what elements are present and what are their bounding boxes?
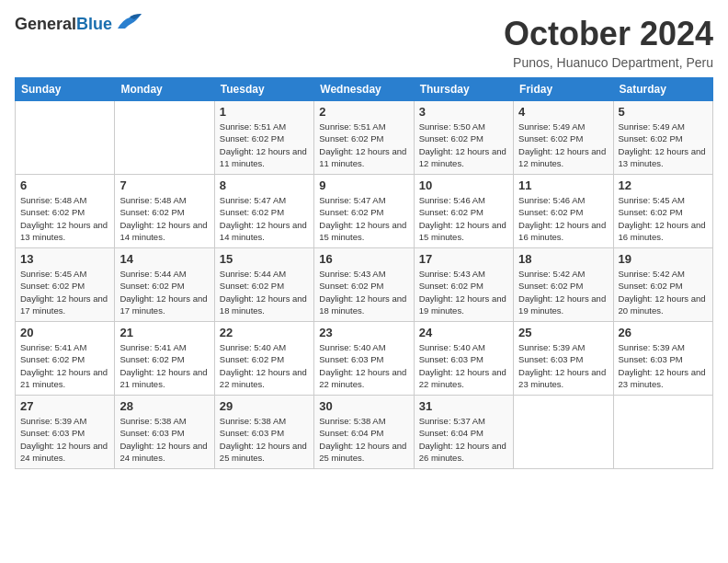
day-number: 20 xyxy=(20,326,109,339)
calendar-cell: 21Sunrise: 5:41 AM Sunset: 6:02 PM Dayli… xyxy=(115,322,214,396)
day-info: Sunrise: 5:46 AM Sunset: 6:02 PM Dayligh… xyxy=(518,194,608,243)
day-number: 9 xyxy=(319,178,408,192)
day-number: 10 xyxy=(419,178,508,192)
day-info: Sunrise: 5:40 AM Sunset: 6:03 PM Dayligh… xyxy=(319,341,408,390)
day-info: Sunrise: 5:43 AM Sunset: 6:02 PM Dayligh… xyxy=(419,268,508,316)
title-section: October 2024 Punos, Huanuco Department, … xyxy=(504,15,713,70)
day-number: 5 xyxy=(619,105,708,119)
day-number: 1 xyxy=(220,105,309,119)
day-info: Sunrise: 5:51 AM Sunset: 6:02 PM Dayligh… xyxy=(220,121,309,169)
logo-general-text: General xyxy=(15,15,76,34)
calendar-cell: 23Sunrise: 5:40 AM Sunset: 6:03 PM Dayli… xyxy=(314,322,414,396)
month-title: October 2024 xyxy=(504,15,713,53)
calendar-cell: 12Sunrise: 5:45 AM Sunset: 6:02 PM Dayli… xyxy=(613,175,712,248)
day-number: 19 xyxy=(619,252,708,266)
day-info: Sunrise: 5:49 AM Sunset: 6:02 PM Dayligh… xyxy=(518,121,608,169)
week-row-2: 6Sunrise: 5:48 AM Sunset: 6:02 PM Daylig… xyxy=(16,175,713,248)
column-header-thursday: Thursday xyxy=(414,78,513,101)
calendar-cell: 31Sunrise: 5:37 AM Sunset: 6:04 PM Dayli… xyxy=(414,396,513,469)
calendar-cell: 9Sunrise: 5:47 AM Sunset: 6:02 PM Daylig… xyxy=(314,175,414,248)
day-number: 23 xyxy=(319,326,408,339)
calendar-body: 1Sunrise: 5:51 AM Sunset: 6:02 PM Daylig… xyxy=(16,101,713,469)
week-row-1: 1Sunrise: 5:51 AM Sunset: 6:02 PM Daylig… xyxy=(16,101,713,175)
day-info: Sunrise: 5:42 AM Sunset: 6:02 PM Dayligh… xyxy=(619,268,708,316)
day-number: 29 xyxy=(220,399,309,413)
page-header: GeneralBlue October 2024 Punos, Huanuco … xyxy=(15,15,713,70)
day-info: Sunrise: 5:38 AM Sunset: 6:03 PM Dayligh… xyxy=(220,415,309,464)
calendar-cell: 15Sunrise: 5:44 AM Sunset: 6:02 PM Dayli… xyxy=(214,248,313,322)
logo: GeneralBlue xyxy=(15,15,143,34)
column-header-sunday: Sunday xyxy=(16,78,115,101)
day-info: Sunrise: 5:48 AM Sunset: 6:02 PM Dayligh… xyxy=(20,194,109,243)
day-number: 12 xyxy=(619,178,708,192)
day-number: 22 xyxy=(220,326,309,339)
calendar-cell xyxy=(115,101,214,175)
day-number: 13 xyxy=(20,252,109,266)
calendar-cell: 16Sunrise: 5:43 AM Sunset: 6:02 PM Dayli… xyxy=(314,248,414,322)
day-info: Sunrise: 5:47 AM Sunset: 6:02 PM Dayligh… xyxy=(319,194,408,243)
calendar-cell: 18Sunrise: 5:42 AM Sunset: 6:02 PM Dayli… xyxy=(514,248,613,322)
day-info: Sunrise: 5:37 AM Sunset: 6:04 PM Dayligh… xyxy=(419,415,508,464)
calendar-table: SundayMondayTuesdayWednesdayThursdayFrid… xyxy=(15,77,713,469)
calendar-cell: 26Sunrise: 5:39 AM Sunset: 6:03 PM Dayli… xyxy=(613,322,712,396)
day-info: Sunrise: 5:50 AM Sunset: 6:02 PM Dayligh… xyxy=(419,121,508,169)
logo-bird-icon xyxy=(116,12,143,34)
day-info: Sunrise: 5:42 AM Sunset: 6:02 PM Dayligh… xyxy=(518,268,608,316)
day-number: 27 xyxy=(20,399,109,413)
day-number: 3 xyxy=(419,105,508,119)
calendar-cell: 5Sunrise: 5:49 AM Sunset: 6:02 PM Daylig… xyxy=(613,101,712,175)
day-info: Sunrise: 5:45 AM Sunset: 6:02 PM Dayligh… xyxy=(619,194,708,243)
calendar-cell: 1Sunrise: 5:51 AM Sunset: 6:02 PM Daylig… xyxy=(214,101,313,175)
day-info: Sunrise: 5:45 AM Sunset: 6:02 PM Dayligh… xyxy=(20,268,109,316)
calendar-cell xyxy=(514,396,613,469)
day-number: 11 xyxy=(518,178,608,192)
day-info: Sunrise: 5:48 AM Sunset: 6:02 PM Dayligh… xyxy=(119,194,209,243)
day-info: Sunrise: 5:38 AM Sunset: 6:03 PM Dayligh… xyxy=(119,415,209,464)
calendar-cell: 4Sunrise: 5:49 AM Sunset: 6:02 PM Daylig… xyxy=(514,101,613,175)
day-number: 7 xyxy=(119,178,209,192)
calendar-cell: 13Sunrise: 5:45 AM Sunset: 6:02 PM Dayli… xyxy=(16,248,115,322)
calendar-cell: 19Sunrise: 5:42 AM Sunset: 6:02 PM Dayli… xyxy=(613,248,712,322)
calendar-cell xyxy=(613,396,712,469)
calendar-cell: 6Sunrise: 5:48 AM Sunset: 6:02 PM Daylig… xyxy=(16,175,115,248)
calendar-cell: 24Sunrise: 5:40 AM Sunset: 6:03 PM Dayli… xyxy=(414,322,513,396)
day-number: 16 xyxy=(319,252,408,266)
day-number: 31 xyxy=(419,399,508,413)
column-header-monday: Monday xyxy=(115,78,214,101)
logo-blue-text: Blue xyxy=(76,15,112,34)
day-number: 15 xyxy=(220,252,309,266)
day-number: 4 xyxy=(518,105,608,119)
calendar-cell: 25Sunrise: 5:39 AM Sunset: 6:03 PM Dayli… xyxy=(514,322,613,396)
column-header-wednesday: Wednesday xyxy=(314,78,414,101)
calendar-cell: 27Sunrise: 5:39 AM Sunset: 6:03 PM Dayli… xyxy=(16,396,115,469)
day-number: 26 xyxy=(619,326,708,339)
calendar-cell: 11Sunrise: 5:46 AM Sunset: 6:02 PM Dayli… xyxy=(514,175,613,248)
day-number: 21 xyxy=(119,326,209,339)
day-number: 28 xyxy=(119,399,209,413)
calendar-cell: 14Sunrise: 5:44 AM Sunset: 6:02 PM Dayli… xyxy=(115,248,214,322)
calendar-cell: 8Sunrise: 5:47 AM Sunset: 6:02 PM Daylig… xyxy=(214,175,313,248)
calendar-cell: 20Sunrise: 5:41 AM Sunset: 6:02 PM Dayli… xyxy=(16,322,115,396)
column-header-saturday: Saturday xyxy=(613,78,712,101)
calendar-cell: 7Sunrise: 5:48 AM Sunset: 6:02 PM Daylig… xyxy=(115,175,214,248)
calendar-cell: 3Sunrise: 5:50 AM Sunset: 6:02 PM Daylig… xyxy=(414,101,513,175)
day-number: 17 xyxy=(419,252,508,266)
week-row-3: 13Sunrise: 5:45 AM Sunset: 6:02 PM Dayli… xyxy=(16,248,713,322)
calendar-cell: 22Sunrise: 5:40 AM Sunset: 6:02 PM Dayli… xyxy=(214,322,313,396)
week-row-4: 20Sunrise: 5:41 AM Sunset: 6:02 PM Dayli… xyxy=(16,322,713,396)
calendar-cell: 28Sunrise: 5:38 AM Sunset: 6:03 PM Dayli… xyxy=(115,396,214,469)
calendar-cell: 17Sunrise: 5:43 AM Sunset: 6:02 PM Dayli… xyxy=(414,248,513,322)
day-number: 18 xyxy=(518,252,608,266)
calendar-cell: 10Sunrise: 5:46 AM Sunset: 6:02 PM Dayli… xyxy=(414,175,513,248)
day-info: Sunrise: 5:44 AM Sunset: 6:02 PM Dayligh… xyxy=(119,268,209,316)
day-number: 25 xyxy=(518,326,608,339)
day-info: Sunrise: 5:39 AM Sunset: 6:03 PM Dayligh… xyxy=(518,341,608,390)
day-info: Sunrise: 5:40 AM Sunset: 6:03 PM Dayligh… xyxy=(419,341,508,390)
day-info: Sunrise: 5:38 AM Sunset: 6:04 PM Dayligh… xyxy=(319,415,408,464)
day-info: Sunrise: 5:43 AM Sunset: 6:02 PM Dayligh… xyxy=(319,268,408,316)
day-info: Sunrise: 5:41 AM Sunset: 6:02 PM Dayligh… xyxy=(20,341,109,390)
day-info: Sunrise: 5:40 AM Sunset: 6:02 PM Dayligh… xyxy=(220,341,309,390)
day-info: Sunrise: 5:47 AM Sunset: 6:02 PM Dayligh… xyxy=(220,194,309,243)
day-number: 30 xyxy=(319,399,408,413)
day-number: 6 xyxy=(20,178,109,192)
